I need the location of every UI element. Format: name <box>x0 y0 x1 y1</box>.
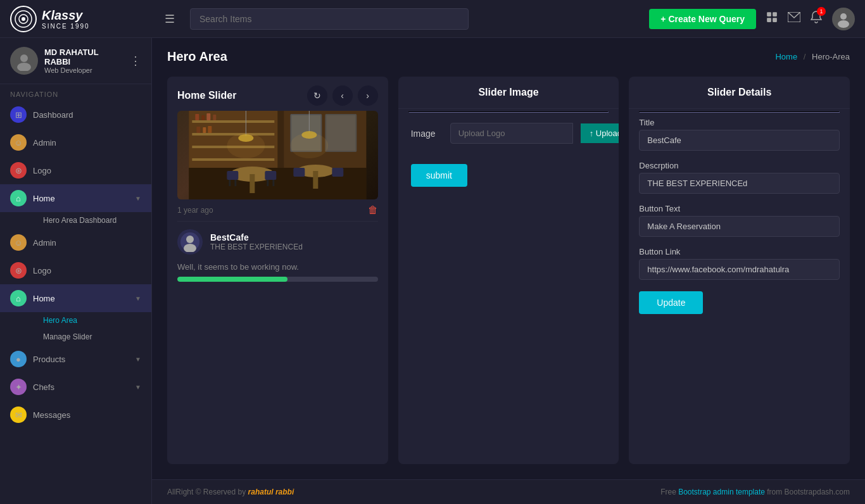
user-info: MD RAHATUL RABBI Web Developer <box>44 47 123 74</box>
sidebar-item-admin[interactable]: ☺ Admin <box>0 129 151 156</box>
sidebar-item-chefs[interactable]: ✦ Chefs ▼ <box>0 373 151 401</box>
svg-point-11 <box>17 63 31 71</box>
svg-rect-16 <box>192 133 274 135</box>
sidebar-label-dashboard: Dashboard <box>33 110 141 120</box>
mail-icon-btn[interactable] <box>788 12 800 25</box>
logo2-icon: ⊛ <box>10 262 27 279</box>
content-area: Hero Area Home / Hero-Area Home Slider ↻… <box>152 38 865 504</box>
slider-image-card-title: Slider Image <box>398 77 619 109</box>
entry-info: BestCafe THE BEST EXPERIENCEd <box>210 232 303 251</box>
main-layout: MD RAHATUL RABBI Web Developer ⋮ Navigat… <box>0 38 865 504</box>
create-query-button[interactable]: + Create New Query <box>649 9 756 29</box>
messages-icon: ✉ <box>10 406 27 423</box>
sidebar-label-chefs: Chefs <box>33 382 129 392</box>
desc-field-input[interactable] <box>639 173 840 194</box>
svg-rect-15 <box>192 120 274 123</box>
svg-rect-20 <box>201 115 205 120</box>
svg-rect-24 <box>203 127 206 133</box>
update-button[interactable]: Update <box>639 291 703 314</box>
svg-rect-42 <box>332 168 343 177</box>
breadcrumb-current: Hero-Area <box>812 52 850 61</box>
svg-rect-35 <box>227 171 238 180</box>
progress-bar-fill <box>177 277 287 282</box>
svg-point-47 <box>227 133 265 158</box>
slider-card-title: Home Slider <box>177 90 236 101</box>
page-title: Hero Area <box>167 49 227 64</box>
breadcrumb-separator: / <box>804 52 806 61</box>
btn-text-field-label: Button Text <box>639 204 840 213</box>
image-upload-row: Image ↑ Upload <box>398 113 619 154</box>
home2-submenu: Hero Area Manage Slider <box>0 312 151 345</box>
breadcrumb-home-link[interactable]: Home <box>775 52 797 61</box>
sidebar-subitem-hero-area-dashboard[interactable]: Hero Area Dashboard <box>33 212 151 229</box>
admin2-icon: ☺ <box>10 234 27 251</box>
content-header: Hero Area Home / Hero-Area <box>152 38 865 72</box>
upload-logo-input[interactable] <box>450 123 573 144</box>
search-input[interactable] <box>190 8 469 30</box>
slider-card-actions: ↻ ‹ › <box>307 85 378 106</box>
entry-name: BestCafe <box>210 232 303 243</box>
sidebar-subitem-hero-area[interactable]: Hero Area <box>33 312 151 329</box>
refresh-icon-btn[interactable]: ↻ <box>307 85 327 106</box>
sidebar-label-logo: Logo <box>33 166 141 175</box>
svg-rect-38 <box>265 171 276 180</box>
admin-icon: ☺ <box>10 134 27 151</box>
home2-chevron-icon: ▼ <box>135 295 141 302</box>
submit-button[interactable]: submit <box>411 164 467 187</box>
svg-rect-4 <box>773 12 777 16</box>
sidebar-item-messages[interactable]: ✉ Messages <box>0 401 151 429</box>
sidebar-subitem-manage-slider[interactable]: Manage Slider <box>33 329 151 345</box>
btn-text-field-input[interactable] <box>639 216 840 237</box>
user-profile: MD RAHATUL RABBI Web Developer ⋮ <box>0 38 151 84</box>
upload-button[interactable]: ↑ Upload <box>581 123 619 143</box>
svg-rect-22 <box>213 115 216 120</box>
footer-copyright: AllRight © Reserved by rahatul rabbi <box>167 488 294 496</box>
sidebar-label-products: Products <box>33 355 129 364</box>
svg-rect-30 <box>326 115 355 151</box>
next-slide-btn[interactable]: › <box>358 85 378 106</box>
sidebar-item-logo2[interactable]: ⊛ Logo <box>0 256 151 284</box>
sidebar-item-logo[interactable]: ⊛ Logo <box>0 156 151 184</box>
cards-grid: Home Slider ↻ ‹ › <box>152 72 865 479</box>
btn-link-field-label: Button Link <box>639 247 840 256</box>
svg-rect-41 <box>293 168 305 177</box>
sidebar-item-products[interactable]: ● Products ▼ <box>0 345 151 373</box>
logo-icon: ⊛ <box>10 162 27 179</box>
svg-rect-23 <box>196 127 200 133</box>
timestamp-text: 1 year ago <box>177 206 213 215</box>
entry-avatar <box>177 229 203 255</box>
sidebar-label-admin2: Admin <box>33 238 141 248</box>
footer-right: Free Bootstrap admin template from Boots… <box>660 488 850 496</box>
sidebar-item-dashboard[interactable]: ⊞ Dashboard <box>0 101 151 129</box>
card-entry: BestCafe THE BEST EXPERIENCEd <box>167 222 388 262</box>
sidebar-toggle-btn[interactable]: ☰ <box>160 9 180 28</box>
svg-rect-3 <box>767 12 771 16</box>
brand-klassy: Klassy <box>42 8 90 23</box>
user-options-btn[interactable]: ⋮ <box>130 54 141 68</box>
dashboard-icon: ⊞ <box>10 106 27 123</box>
btn-link-field-input[interactable] <box>639 259 840 280</box>
notification-icon-btn[interactable]: 1 <box>811 11 822 27</box>
title-field-input[interactable] <box>639 130 840 151</box>
slider-timestamp: 1 year ago 🗑 <box>167 199 388 221</box>
svg-rect-18 <box>192 158 274 161</box>
svg-point-8 <box>840 13 847 20</box>
home-submenu: Hero Area Dashboard <box>0 212 151 229</box>
bootstrap-template-link[interactable]: Bootstrap admin template <box>678 488 765 496</box>
sidebar-label-logo2: Logo <box>33 266 141 275</box>
svg-rect-5 <box>767 18 771 22</box>
sidebar-item-admin2[interactable]: ☺ Admin <box>0 229 151 256</box>
sidebar-item-home[interactable]: ⌂ Home ▼ <box>0 184 151 212</box>
user-avatar-btn[interactable] <box>832 8 855 30</box>
prev-slide-btn[interactable]: ‹ <box>332 85 353 106</box>
delete-icon-btn[interactable]: 🗑 <box>368 205 378 216</box>
user-role: Web Developer <box>44 66 123 74</box>
navbar-right: + Create New Query 1 <box>649 8 855 30</box>
grid-icon-btn[interactable] <box>766 11 778 26</box>
nav-section-label: Navigation <box>0 84 151 101</box>
svg-rect-19 <box>195 114 199 120</box>
home-chevron-icon: ▼ <box>135 195 141 202</box>
chefs-chevron-icon: ▼ <box>135 384 141 391</box>
sidebar: MD RAHATUL RABBI Web Developer ⋮ Navigat… <box>0 38 152 504</box>
sidebar-item-home2[interactable]: ⌂ Home ▼ <box>0 284 151 312</box>
